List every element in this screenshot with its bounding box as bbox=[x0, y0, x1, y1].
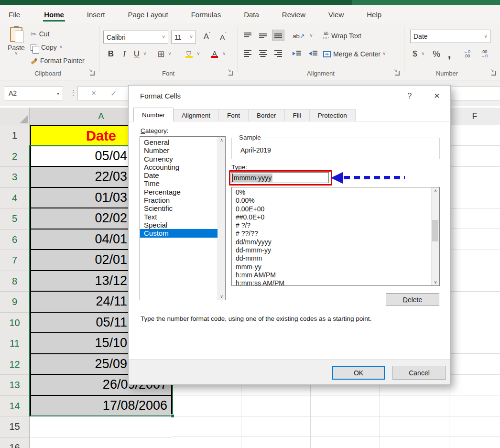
dialog-close-icon[interactable]: × bbox=[430, 90, 444, 101]
type-option[interactable]: dd-mmm bbox=[232, 254, 439, 262]
row-header-5[interactable]: 5 bbox=[0, 208, 30, 229]
type-option[interactable]: # ?/? bbox=[232, 221, 439, 229]
type-option[interactable]: 0.00% bbox=[232, 197, 439, 205]
category-custom-selected[interactable]: Custom bbox=[140, 229, 225, 237]
tab-file[interactable]: File bbox=[8, 6, 21, 22]
clipboard-dialog-launcher-icon[interactable] bbox=[90, 71, 95, 76]
dialog-tab-fill[interactable]: Fill bbox=[285, 109, 310, 121]
category-currency[interactable]: Currency bbox=[140, 155, 225, 163]
type-option[interactable]: ##0.0E+0 bbox=[232, 213, 439, 221]
increase-decimal-button[interactable]: ←0.00 bbox=[460, 48, 474, 60]
category-time[interactable]: Time bbox=[140, 179, 225, 187]
category-fraction[interactable]: Fraction bbox=[140, 196, 225, 204]
align-middle-button[interactable] bbox=[257, 30, 269, 41]
number-format-combo[interactable]: Date ˅ bbox=[410, 30, 490, 43]
grow-font-button[interactable]: Aˆ bbox=[200, 31, 214, 43]
scrollbar-thumb[interactable] bbox=[432, 220, 438, 241]
increase-indent-button[interactable] bbox=[307, 48, 319, 59]
scroll-down-icon[interactable]: ∨ bbox=[218, 294, 225, 299]
row-header-3[interactable]: 3 bbox=[0, 167, 30, 188]
chevron-down-icon[interactable]: ˅ bbox=[221, 48, 228, 60]
font-size-combo[interactable]: 11 ˅ bbox=[171, 31, 196, 44]
percent-style-button[interactable]: % bbox=[430, 48, 443, 60]
tab-insert[interactable]: Insert bbox=[86, 6, 106, 22]
copy-button[interactable]: Copy ˅ bbox=[31, 42, 63, 53]
align-left-button[interactable] bbox=[241, 48, 254, 59]
row-header-12[interactable]: 12 bbox=[0, 354, 30, 375]
row-header-4[interactable]: 4 bbox=[0, 188, 30, 209]
row-header-6[interactable]: 6 bbox=[0, 229, 30, 251]
type-option[interactable]: h:mm AM/PM bbox=[232, 271, 439, 279]
shrink-font-button[interactable]: Aˇ bbox=[216, 31, 230, 43]
format-painter-button[interactable]: Format Painter bbox=[31, 55, 85, 66]
enter-icon[interactable]: ✓ bbox=[110, 89, 117, 98]
tab-help[interactable]: Help bbox=[366, 6, 382, 22]
type-option[interactable]: # ??/?? bbox=[232, 229, 439, 238]
dialog-tab-alignment[interactable]: Alignment bbox=[174, 109, 219, 121]
category-percentage[interactable]: Percentage bbox=[140, 188, 225, 196]
align-top-button[interactable] bbox=[241, 30, 254, 41]
tab-view[interactable]: View bbox=[327, 6, 345, 22]
dialog-tab-font[interactable]: Font bbox=[219, 109, 249, 121]
tab-formulas[interactable]: Formulas bbox=[190, 6, 222, 22]
alignment-dialog-launcher-icon[interactable] bbox=[395, 71, 400, 76]
align-right-button[interactable] bbox=[272, 48, 284, 59]
delete-button[interactable]: Delete bbox=[386, 293, 439, 306]
tab-home[interactable]: Home bbox=[43, 6, 65, 22]
type-list-scrollbar[interactable]: ∧ ∨ bbox=[431, 187, 439, 285]
category-date[interactable]: Date bbox=[140, 171, 225, 179]
align-bottom-button[interactable] bbox=[272, 30, 284, 41]
chevron-down-icon[interactable]: ˅ bbox=[308, 30, 315, 42]
dialog-tab-number[interactable]: Number bbox=[133, 108, 174, 121]
decrease-decimal-button[interactable]: .00→0 bbox=[477, 48, 491, 60]
decrease-indent-button[interactable] bbox=[291, 48, 303, 59]
comma-style-button[interactable]: , bbox=[445, 48, 454, 60]
cut-button[interactable]: ✂ Cut bbox=[31, 29, 50, 39]
chevron-down-icon[interactable]: ˅ bbox=[420, 48, 426, 60]
row-header-14[interactable]: 14 bbox=[0, 396, 30, 417]
row-header-7[interactable]: 7 bbox=[0, 250, 30, 271]
type-option-list[interactable]: 0% 0.00% 0.00E+00 ##0.0E+0 # ?/? # ??/??… bbox=[231, 187, 440, 286]
row-header-1[interactable]: 1 bbox=[0, 125, 30, 146]
borders-button[interactable]: ⊞ bbox=[156, 48, 166, 60]
chevron-down-icon[interactable]: ˅ bbox=[195, 48, 202, 60]
cancel-button[interactable]: Cancel bbox=[392, 366, 446, 380]
dialog-tab-protection[interactable]: Protection bbox=[310, 109, 356, 121]
type-option[interactable]: h:mm:ss AM/PM bbox=[232, 279, 439, 286]
type-option[interactable]: dd/mm/yyyy bbox=[232, 238, 439, 246]
chevron-down-icon[interactable]: ˅ bbox=[166, 48, 173, 60]
cancel-icon[interactable]: × bbox=[91, 88, 96, 98]
row-header-10[interactable]: 10 bbox=[0, 313, 30, 334]
number-dialog-launcher-icon[interactable] bbox=[491, 71, 496, 76]
dialog-help-icon[interactable]: ? bbox=[404, 92, 415, 100]
row-header-13[interactable]: 13 bbox=[0, 375, 30, 396]
category-list[interactable]: General Number Currency Accounting Date … bbox=[140, 136, 226, 300]
orientation-button[interactable]: ab↗ bbox=[291, 30, 307, 42]
category-number[interactable]: Number bbox=[140, 146, 225, 154]
row-header-2[interactable]: 2 bbox=[0, 146, 30, 167]
tab-review[interactable]: Review bbox=[281, 6, 306, 22]
tab-page-layout[interactable]: Page Layout bbox=[127, 6, 169, 22]
cell-a14[interactable]: 17/08/2006 bbox=[30, 396, 172, 417]
scroll-down-icon[interactable]: ∨ bbox=[432, 280, 439, 284]
font-color-button[interactable]: A bbox=[208, 48, 221, 60]
row-header-8[interactable]: 8 bbox=[0, 271, 30, 292]
tab-data[interactable]: Data bbox=[243, 6, 260, 22]
scroll-up-icon[interactable]: ∧ bbox=[432, 188, 439, 193]
wrap-text-button[interactable]: abc↩ Wrap Text bbox=[323, 30, 380, 42]
dialog-tab-border[interactable]: Border bbox=[249, 109, 285, 121]
chevron-down-icon[interactable]: ˅ bbox=[141, 48, 148, 60]
select-all-corner[interactable] bbox=[0, 108, 30, 125]
paste-button[interactable]: Paste ˅ bbox=[5, 27, 28, 66]
fill-color-button[interactable]: ⛉ bbox=[183, 48, 195, 60]
type-option[interactable]: 0% bbox=[232, 188, 439, 197]
row-header-11[interactable]: 11 bbox=[0, 333, 30, 354]
align-center-button[interactable] bbox=[257, 48, 269, 59]
underline-button[interactable]: U bbox=[131, 48, 142, 60]
category-scientific[interactable]: Scientific bbox=[140, 204, 225, 212]
category-scrollbar[interactable]: ∧ ∨ bbox=[217, 137, 225, 300]
row-header-16[interactable]: 16 bbox=[0, 437, 30, 448]
category-accounting[interactable]: Accounting bbox=[140, 163, 225, 171]
bold-button[interactable]: B bbox=[105, 48, 117, 60]
row-header-15[interactable]: 15 bbox=[0, 416, 30, 437]
